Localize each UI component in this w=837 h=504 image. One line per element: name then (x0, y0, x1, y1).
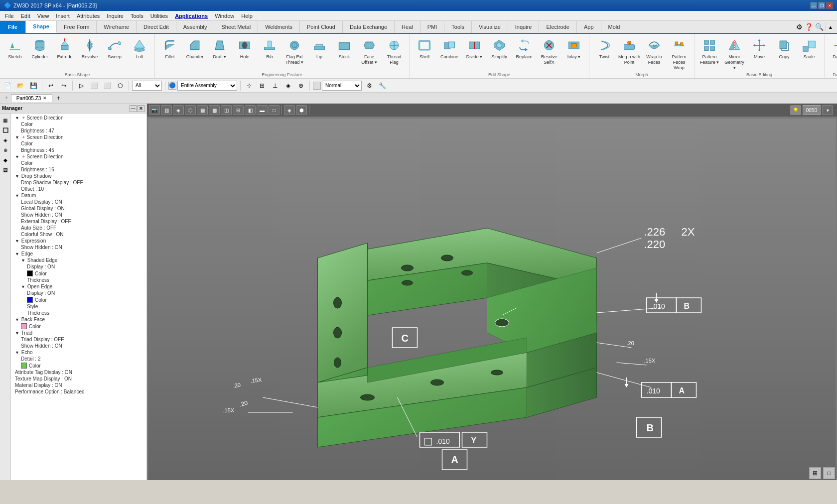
vp-btn-render1[interactable]: ▩ (209, 105, 220, 115)
tree-item-color3[interactable]: Color (11, 160, 146, 166)
tree-item-echo-color[interactable]: Color (11, 362, 146, 369)
snap2-button[interactable]: ◈ (282, 80, 293, 91)
snap-button[interactable]: ⊹ (244, 80, 255, 91)
vp-btn-camera[interactable]: 📷 (149, 105, 160, 115)
ribbon-btn-extrude[interactable]: Extrude (53, 36, 77, 61)
tree-item-brightness2[interactable]: Brightness : 45 (11, 147, 146, 153)
doc-tab-part005[interactable]: Part005.Z3 ✕ (11, 94, 52, 102)
ribbon-btn-copy[interactable]: Copy (772, 36, 796, 61)
minimize-button[interactable]: — (810, 2, 817, 9)
ribbon-btn-patternfeature[interactable]: Pattern Feature ▾ (698, 36, 721, 66)
tab-pmi[interactable]: PMI (420, 21, 445, 33)
tree-item-screendirection1[interactable]: ▼ ✦ Screen Direction (11, 115, 146, 121)
ribbon-btn-faceoffset[interactable]: Face Offset ▾ (357, 36, 381, 66)
tree-item-performance[interactable]: Performance Option : Balanced (11, 388, 146, 395)
tree-item-expression-hidden[interactable]: Show Hidden : ON (11, 244, 146, 251)
tool3-button[interactable]: ⬡ (115, 80, 126, 91)
tab-file[interactable]: File (0, 21, 26, 33)
tree-item-open-style[interactable]: Style (11, 303, 146, 310)
tab-app[interactable]: App (577, 21, 601, 33)
tree-item-triad-display[interactable]: Triad Display : OFF (11, 336, 146, 343)
vp-btn-back[interactable]: ◧ (245, 105, 256, 115)
tab-dataexchange[interactable]: Data Exchange (343, 21, 395, 33)
tree-item-material[interactable]: Material Display : ON (11, 382, 146, 388)
vp-btn-shading[interactable]: ◈ (173, 105, 184, 115)
tree-item-datum[interactable]: ▼ Datum (11, 192, 146, 199)
vp-btn-grid[interactable]: ⬢ (296, 105, 307, 115)
tool1-button[interactable]: ⬜ (89, 80, 100, 91)
ribbon-btn-sweep[interactable]: Sweep (103, 36, 127, 61)
tree-item-brightness3[interactable]: Brightness : 16 (11, 166, 146, 173)
scope-select[interactable]: Entire Assembly (177, 81, 237, 91)
menu-window[interactable]: Window (212, 12, 237, 20)
tree-item-screendirection3[interactable]: ▼ ✦ Screen Direction (11, 153, 146, 160)
ribbon-btn-twist[interactable]: Twist (592, 36, 616, 61)
tree-item-shaded-display[interactable]: Display : ON (11, 263, 146, 270)
ribbon-btn-cylinder[interactable]: Cylinder (28, 36, 52, 61)
tree-item-external-display[interactable]: External Display : OFF (11, 218, 146, 225)
tree-item-open-thickness[interactable]: Thickness (11, 310, 146, 316)
grid-button[interactable]: ⊞ (257, 80, 268, 91)
menu-help[interactable]: Help (238, 12, 256, 20)
tree-item-triad-hidden[interactable]: Show Hidden : ON (11, 343, 146, 349)
ribbon-btn-inlay[interactable]: Inlay ▾ (562, 36, 586, 61)
side-icon-5[interactable]: ◆ (1, 155, 10, 164)
menu-attributes[interactable]: Attributes (74, 12, 103, 20)
vp-btn-measure[interactable]: ▬ (257, 105, 268, 115)
side-icon-1[interactable]: ▦ (1, 116, 10, 125)
select-button[interactable]: ▷ (76, 80, 87, 91)
normal-select[interactable]: Normal (322, 81, 362, 91)
doc-tab-close[interactable]: ✕ (43, 96, 47, 101)
tool2-button[interactable]: ⬜ (102, 80, 113, 91)
new-button[interactable]: 📄 (2, 80, 13, 91)
tree-item-backface[interactable]: ▼ Back Face (11, 316, 146, 323)
vp-light-dropdown[interactable]: ▾ (822, 105, 833, 115)
menu-applications[interactable]: Applications (172, 12, 211, 20)
ribbon-btn-datum[interactable]: Datum (826, 36, 837, 61)
config2-button[interactable]: 🔧 (377, 80, 388, 91)
tree-item-texture-map[interactable]: Texture Map Display : ON (11, 376, 146, 382)
undo-button[interactable]: ↩ (45, 80, 56, 91)
tab-wireframe[interactable]: Wireframe (97, 21, 137, 33)
ribbon-btn-draft[interactable]: Draft ▾ (208, 36, 232, 61)
tree-item-shaded-color[interactable]: Color (11, 270, 146, 277)
ribbon-btn-revolve[interactable]: Revolve (78, 36, 102, 61)
side-icon-2[interactable]: 🔲 (1, 126, 10, 134)
tree-item-global-display[interactable]: Global Display : ON (11, 205, 146, 212)
tab-visualize[interactable]: Visualize (472, 21, 508, 33)
vp-btn-box[interactable]: □ (269, 105, 279, 115)
ribbon-btn-simplify[interactable]: Simplify (487, 36, 511, 61)
ribbon-btn-wrappatterntofaces[interactable]: Pattern Faces Wrap (667, 36, 691, 71)
filter-select[interactable]: All (132, 81, 162, 91)
menu-tools[interactable]: Tools (128, 12, 146, 20)
vp-btn-select[interactable]: ▦ (197, 105, 208, 115)
tree-item-dropshadow-display[interactable]: Drop Shadow Display : OFF (11, 179, 146, 186)
tree-item-auto-size[interactable]: Auto Size : OFF (11, 225, 146, 231)
menu-inquire[interactable]: Inquire (104, 12, 127, 20)
tree-item-backface-color[interactable]: Color (11, 323, 146, 330)
tree-item-open-color[interactable]: Color (11, 296, 146, 303)
config1-button[interactable]: ⚙ (364, 80, 375, 91)
minimize-ribbon-btn[interactable]: ▲ (828, 24, 833, 30)
tree-item-show-hidden[interactable]: Show Hidden : ON (11, 212, 146, 218)
tree-item-color2[interactable]: Color (11, 140, 146, 147)
ribbon-btn-combine[interactable]: Combine (437, 36, 461, 61)
ortho-button[interactable]: ⊥ (270, 80, 280, 91)
menu-edit[interactable]: Edit (18, 12, 33, 20)
tab-tools[interactable]: Tools (444, 21, 472, 33)
tab-pointcloud[interactable]: Point Cloud (300, 21, 343, 33)
ribbon-btn-move[interactable]: Move (747, 36, 771, 61)
tree-item-brightness1[interactable]: Brightness : 47 (11, 127, 146, 134)
ribbon-btn-divide[interactable]: Divide ▾ (462, 36, 486, 61)
ribbon-btn-rib[interactable]: Rib (258, 36, 281, 61)
ribbon-btn-threadflag[interactable]: Thread Flag (382, 36, 406, 66)
ribbon-btn-loft[interactable]: Loft (128, 36, 151, 61)
ribbon-btn-lip[interactable]: Lip (307, 36, 331, 61)
ribbon-btn-scale[interactable]: Scale (797, 36, 821, 61)
ribbon-btn-replace[interactable]: Replace (512, 36, 536, 61)
manager-close-btn[interactable]: ✕ (138, 105, 144, 112)
tree-item-expression[interactable]: ▼ Expression (11, 238, 146, 244)
tab-settings-icon[interactable]: ⚙ (796, 23, 803, 31)
ribbon-btn-sketch[interactable]: Sketch (3, 36, 27, 61)
ribbon-btn-shell[interactable]: Shell (413, 36, 436, 61)
